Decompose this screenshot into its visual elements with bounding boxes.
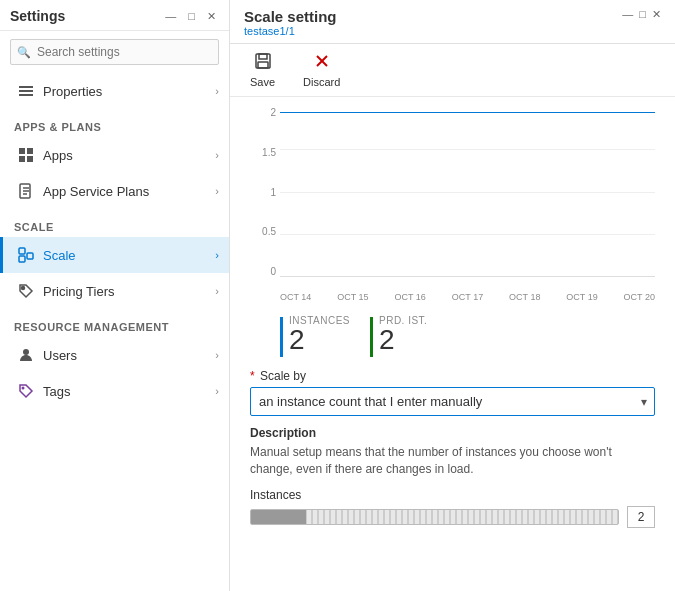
sidebar-item-label: Apps [43,148,215,163]
required-marker: * [250,369,255,383]
badge-number-prod: 2 [379,326,427,354]
sidebar-item-label: Users [43,348,215,363]
search-box: 🔍 [10,39,219,65]
sidebar-item-users[interactable]: Users › [0,337,229,373]
x-label-oct18: OCT 18 [509,292,540,302]
chevron-right-icon: › [215,249,219,261]
y-label-0-5: 0.5 [262,226,276,237]
sidebar-item-properties[interactable]: Properties › [0,73,229,109]
svg-point-13 [22,387,25,390]
svg-rect-3 [19,148,25,154]
chevron-right-icon: › [215,185,219,197]
scale-by-select[interactable]: an instance count that I enter manually … [250,387,655,416]
main-titlebar-controls: — □ ✕ [622,8,661,21]
chart-area: 2 1.5 1 0.5 0 OCT 14 OCT 15 OCT 16 OCT 1… [250,107,655,307]
maximize-button-main[interactable]: □ [639,8,646,21]
chart-y-axis: 2 1.5 1 0.5 0 [250,107,280,277]
sidebar-item-label: Scale [43,248,215,263]
save-label: Save [250,76,275,88]
svg-rect-2 [19,94,33,96]
sidebar-item-tags[interactable]: Tags › [0,373,229,409]
chart-x-labels: OCT 14 OCT 15 OCT 16 OCT 17 OCT 18 OCT 1… [280,287,655,307]
scale-by-label: * Scale by [250,369,655,383]
grid-line-1 [280,149,655,150]
grid-line-3 [280,234,655,235]
sidebar-item-apps[interactable]: Apps › [0,137,229,173]
main-panel-subtitle: testase1/1 [244,25,337,37]
settings-titlebar-controls: — □ ✕ [162,9,219,24]
main-panel-title: Scale setting [244,8,337,25]
scale-icon [17,246,35,264]
bars-icon [17,82,35,100]
tag2-icon [17,382,35,400]
x-label-oct15: OCT 15 [337,292,368,302]
discard-button[interactable]: Discard [297,48,346,92]
chevron-right-icon: › [215,149,219,161]
sidebar-item-scale[interactable]: Scale › [0,237,229,273]
nav-section-resource-management: RESOURCE MANAGEMENT Users › Tags › [0,309,229,409]
y-label-2: 2 [270,107,276,118]
sidebar-item-label: App Service Plans [43,184,215,199]
maximize-button[interactable]: □ [185,9,198,24]
description-title: Description [250,426,655,440]
chevron-right-icon: › [215,285,219,297]
discard-icon [313,52,331,74]
svg-rect-1 [19,90,33,92]
save-icon [254,52,272,74]
x-label-oct20: OCT 20 [624,292,655,302]
search-icon: 🔍 [17,46,31,59]
description-text: Manual setup means that the number of in… [250,444,655,478]
sidebar-item-pricing-tiers[interactable]: Pricing Tiers › [0,273,229,309]
sidebar-item-label: Pricing Tiers [43,284,215,299]
svg-point-11 [22,287,25,290]
tag-icon [17,282,35,300]
sidebar-item-app-service-plans[interactable]: App Service Plans › [0,173,229,209]
instances-value: 2 [627,506,655,528]
badge-bar-green [370,317,373,357]
save-button[interactable]: Save [244,48,281,92]
main-titlebar: Scale setting testase1/1 — □ ✕ [230,0,675,44]
y-label-0: 0 [270,266,276,277]
instances-slider-track[interactable] [250,509,619,525]
x-label-oct14: OCT 14 [280,292,311,302]
nav-section-apps-plans: APPS & PLANS Apps › App Service Plans › [0,109,229,209]
toolbar: Save Discard [230,44,675,97]
badge-number-instances: 2 [289,326,350,354]
svg-rect-5 [19,156,25,162]
main-content: 2 1.5 1 0.5 0 OCT 14 OCT 15 OCT 16 OCT 1… [230,97,675,591]
svg-rect-6 [27,156,33,162]
settings-panel: Settings — □ ✕ 🔍 Properties › APPS & PLA… [0,0,230,591]
chart-data-line [280,112,655,113]
sidebar-item-label: Tags [43,384,215,399]
svg-rect-16 [258,62,268,68]
svg-rect-10 [27,253,33,259]
x-label-oct17: OCT 17 [452,292,483,302]
badge-content-instances: INSTANCES 2 [289,315,350,354]
section-header-resource-management: RESOURCE MANAGEMENT [0,309,229,337]
instances-label: Instances [250,488,655,502]
search-input[interactable] [10,39,219,65]
sidebar-item-label: Properties [43,84,215,99]
minimize-button[interactable]: — [162,9,179,24]
scale-by-select-wrapper: an instance count that I enter manually … [250,387,655,416]
chart-body [280,107,655,277]
chevron-right-icon: › [215,385,219,397]
svg-point-12 [23,349,29,355]
nav-section-scale: SCALE Scale › Pricing Tiers › [0,209,229,309]
svg-rect-0 [19,86,33,88]
badge-content-prod: PRD. IST. 2 [379,315,427,354]
page-icon [17,182,35,200]
chevron-right-icon: › [215,349,219,361]
section-header-apps-plans: APPS & PLANS [0,109,229,137]
settings-panel-title: Settings [10,8,65,24]
svg-rect-4 [27,148,33,154]
slider-fill [251,510,306,524]
minimize-button-main[interactable]: — [622,8,633,21]
grid-line-2 [280,192,655,193]
discard-label: Discard [303,76,340,88]
svg-rect-8 [19,248,25,254]
close-button-main[interactable]: ✕ [652,8,661,21]
close-button[interactable]: ✕ [204,9,219,24]
x-label-oct16: OCT 16 [395,292,426,302]
user-icon [17,346,35,364]
